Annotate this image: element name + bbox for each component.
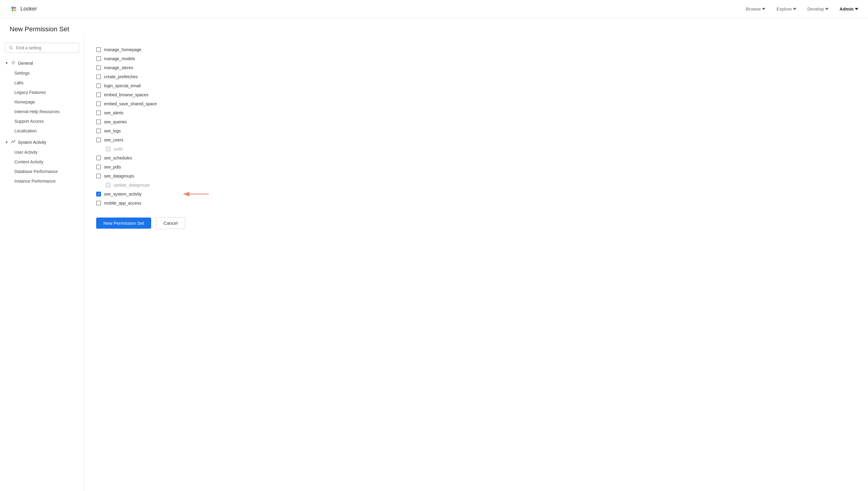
permission-label-update-datagroups: update_datagroups [114, 183, 150, 187]
permission-row-see-system-activity: see_system_activity [96, 190, 856, 199]
search-box[interactable] [5, 43, 79, 53]
trend-icon [11, 139, 16, 145]
permission-label-embed-browse-spaces: embed_browse_spaces [104, 92, 149, 97]
checkbox-mobile-app-access[interactable] [96, 201, 101, 205]
sidebar-section-general: ▼ General Settings Labs Lega [0, 58, 84, 136]
nav-admin[interactable]: Admin [839, 5, 858, 12]
permissions-list: manage_homepage manage_models manage_ste… [96, 45, 856, 208]
sidebar-section-system-activity-header[interactable]: ▼ System Activity [0, 137, 84, 147]
logo[interactable]: Looker [10, 5, 37, 13]
permission-label-see-system-activity: see_system_activity [104, 192, 142, 197]
main-content: manage_homepage manage_models manage_ste… [84, 38, 868, 491]
permission-label-see-logs: see_logs [104, 128, 121, 133]
permission-row-see-datagroups: see_datagroups [96, 172, 856, 180]
gear-icon [11, 60, 16, 66]
permission-label-manage-models: manage_models [104, 56, 135, 61]
sidebar-item-labs[interactable]: Labs [0, 78, 84, 88]
permission-label-sudo: sudo [114, 146, 123, 151]
permission-row-create-prefetches: create_prefetches [96, 72, 856, 81]
sidebar-item-support-access[interactable]: Support Access [0, 116, 84, 126]
checkbox-sudo [106, 146, 111, 151]
arrow-annotation [180, 188, 210, 200]
search-icon [9, 46, 13, 50]
logo-text: Looker [21, 6, 37, 12]
permission-label-mobile-app-access: mobile_app_access [104, 201, 141, 205]
page-title: New Permission Set [0, 18, 868, 38]
sidebar-section-system-activity: ▼ System Activity User Activity Content … [0, 137, 84, 186]
permission-row-manage-stereo: manage_stereo [96, 63, 856, 72]
nav-explore[interactable]: Explore [776, 5, 797, 12]
checkbox-see-alerts[interactable] [96, 110, 101, 115]
checkbox-update-datagroups [106, 183, 111, 187]
checkbox-manage-stereo[interactable] [96, 65, 101, 70]
checkbox-manage-homepage[interactable] [96, 47, 101, 52]
nav-develop[interactable]: Develop [807, 5, 829, 12]
cancel-button[interactable]: Cancel [156, 217, 185, 229]
header: Looker Browse Explore Develop Admin [0, 0, 868, 18]
permission-label-manage-stereo: manage_stereo [104, 65, 133, 70]
permission-label-see-alerts: see_alerts [104, 110, 124, 115]
search-input[interactable] [16, 46, 75, 50]
sidebar-item-instance-performance[interactable]: Instance Performance [0, 176, 84, 186]
checkbox-see-pdts[interactable] [96, 165, 101, 169]
checkbox-see-users[interactable] [96, 138, 101, 142]
permission-row-see-alerts: see_alerts [96, 108, 856, 117]
permission-label-see-pdts: see_pdts [104, 165, 121, 169]
svg-point-4 [14, 9, 16, 11]
svg-line-6 [12, 49, 13, 50]
chevron-down-icon-2: ▼ [5, 140, 8, 144]
permission-row-embed-browse-spaces: embed_browse_spaces [96, 90, 856, 99]
svg-point-7 [12, 62, 14, 63]
page: New Permission Set ▼ [0, 18, 868, 491]
permission-row-embed-save-shared-space: embed_save_shared_space [96, 99, 856, 108]
permission-row-sudo: sudo [96, 144, 856, 153]
permission-label-see-datagroups: see_datagroups [104, 174, 134, 178]
checkbox-see-logs[interactable] [96, 128, 101, 133]
svg-point-0 [10, 5, 18, 13]
sidebar: ▼ General Settings Labs Lega [0, 38, 84, 491]
checkbox-see-schedules[interactable] [96, 155, 101, 161]
svg-point-3 [12, 9, 13, 11]
permission-label-create-prefetches: create_prefetches [104, 74, 138, 79]
sidebar-section-system-activity-label: System Activity [18, 140, 46, 145]
chevron-down-icon: ▼ [5, 61, 8, 65]
svg-point-5 [9, 46, 12, 49]
permission-label-see-queries: see_queries [104, 119, 127, 124]
sidebar-item-settings[interactable]: Settings [0, 68, 84, 78]
sidebar-item-legacy-features[interactable]: Legacy Features [0, 88, 84, 97]
sidebar-item-localization[interactable]: Localization [0, 126, 84, 136]
permission-label-see-schedules: see_schedules [104, 155, 132, 161]
svg-point-2 [14, 7, 16, 9]
permission-label-login-special-email: login_special_email [104, 83, 141, 88]
checkbox-create-prefetches[interactable] [96, 74, 101, 79]
checkbox-see-datagroups[interactable] [96, 174, 101, 178]
sidebar-item-homepage[interactable]: Homepage [0, 97, 84, 107]
checkbox-see-queries[interactable] [96, 119, 101, 124]
permission-row-see-logs: see_logs [96, 126, 856, 135]
permission-row-see-users: see_users [96, 135, 856, 144]
sidebar-item-database-performance[interactable]: Database Performance [0, 167, 84, 176]
sidebar-item-content-activity[interactable]: Content Activity [0, 157, 84, 167]
content-area: ▼ General Settings Labs Lega [0, 38, 868, 491]
sidebar-item-user-activity[interactable]: User Activity [0, 147, 84, 157]
sidebar-section-general-header[interactable]: ▼ General [0, 58, 84, 68]
checkbox-embed-save-shared-space[interactable] [96, 102, 101, 106]
looker-logo-icon [10, 5, 18, 13]
svg-point-1 [11, 7, 14, 9]
checkbox-see-system-activity[interactable] [96, 192, 101, 197]
permission-row-login-special-email: login_special_email [96, 81, 856, 90]
permission-row-see-schedules: see_schedules [96, 153, 856, 163]
sidebar-item-internal-help-resources[interactable]: Internal Help Resources [0, 107, 84, 116]
checkbox-embed-browse-spaces[interactable] [96, 92, 101, 97]
permission-row-see-queries: see_queries [96, 117, 856, 126]
permission-row-manage-models: manage_models [96, 54, 856, 63]
actions-bar: New Permission Set Cancel [96, 215, 856, 229]
permission-label-embed-save-shared-space: embed_save_shared_space [104, 102, 157, 106]
new-permission-set-button[interactable]: New Permission Set [96, 218, 151, 229]
checkbox-login-special-email[interactable] [96, 83, 101, 88]
nav-browse[interactable]: Browse [746, 5, 766, 12]
permission-label-see-users: see_users [104, 138, 124, 142]
main-nav: Browse Explore Develop Admin [746, 5, 858, 12]
permission-row-manage-homepage: manage_homepage [96, 45, 856, 54]
checkbox-manage-models[interactable] [96, 56, 101, 61]
